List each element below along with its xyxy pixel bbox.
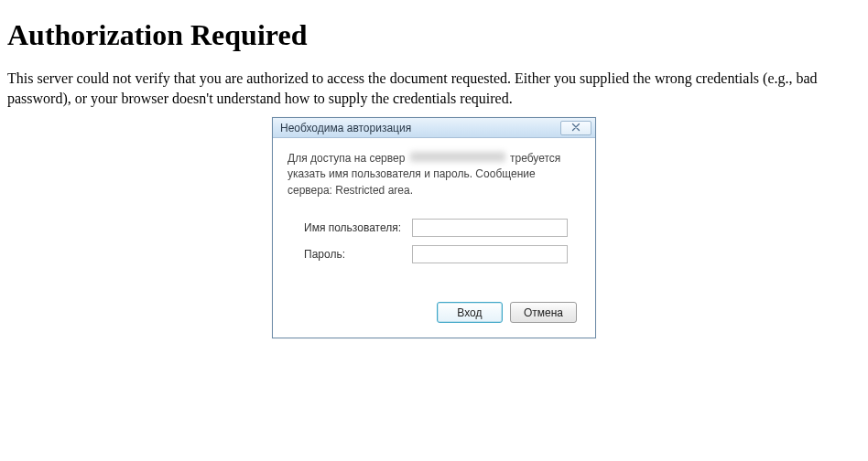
username-row: Имя пользователя: <box>288 219 580 237</box>
server-name-redacted <box>410 152 505 162</box>
close-button[interactable] <box>560 121 591 135</box>
password-row: Пароль: <box>288 245 580 263</box>
username-input[interactable] <box>412 219 568 237</box>
page-heading: Authorization Required <box>7 18 861 52</box>
close-icon <box>571 122 580 134</box>
password-input[interactable] <box>412 245 568 263</box>
cancel-button[interactable]: Отмена <box>510 302 577 323</box>
dialog-message: Для доступа на сервер требуется указать … <box>288 151 580 198</box>
dialog-message-pre: Для доступа на сервер <box>288 152 408 165</box>
dialog-titlebar[interactable]: Необходима авторизация <box>273 118 595 138</box>
username-label: Имя пользователя: <box>304 221 412 234</box>
login-button[interactable]: Вход <box>437 302 503 323</box>
page-message: This server could not verify that you ar… <box>7 69 861 108</box>
dialog-footer: Вход Отмена <box>288 302 580 323</box>
dialog-body: Для доступа на сервер требуется указать … <box>273 138 595 338</box>
password-label: Пароль: <box>304 248 412 261</box>
auth-dialog: Необходима авторизация Для доступа на се… <box>272 117 596 338</box>
dialog-title: Необходима авторизация <box>280 122 411 134</box>
